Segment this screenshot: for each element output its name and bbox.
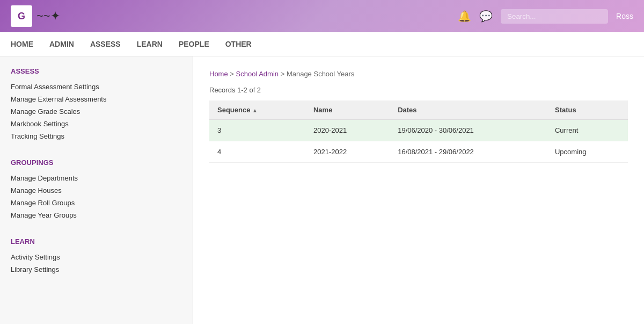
nav-item-assess[interactable]: ASSESS — [90, 33, 121, 55]
logo-area: G ~~✦ — [11, 5, 60, 27]
col-sequence-label: Sequence — [217, 106, 250, 114]
nav-item-people[interactable]: PEOPLE — [179, 33, 209, 55]
breadcrumb: Home > School Admin > Manage School Year… — [209, 70, 628, 78]
top-header: G ~~✦ 🔔 💬 Ross — [0, 0, 644, 32]
row2-name: 2021-2022 — [305, 141, 390, 163]
sidebar-link-manage-departments[interactable]: Manage Departments — [11, 172, 182, 184]
row1-sequence: 3 — [209, 120, 305, 141]
logo-box: G — [11, 5, 32, 27]
col-dates: Dates — [390, 100, 547, 120]
nav-item-home[interactable]: HOME — [11, 33, 33, 55]
breadcrumb-current: Manage School Years — [287, 70, 354, 78]
breadcrumb-school-admin[interactable]: School Admin — [236, 70, 279, 78]
records-info: Records 1-2 of 2 — [209, 86, 628, 94]
sidebar: ASSESS Formal Assessment Settings Manage… — [0, 56, 193, 324]
sidebar-link-library-settings[interactable]: Library Settings — [11, 263, 182, 276]
table-row: 4 2021-2022 16/08/2021 - 29/06/2022 Upco… — [209, 141, 628, 163]
sidebar-link-activity-settings[interactable]: Activity Settings — [11, 251, 182, 263]
sort-arrow-icon: ▲ — [252, 107, 258, 113]
sidebar-link-manage-external[interactable]: Manage External Assessments — [11, 93, 182, 105]
col-sequence[interactable]: Sequence ▲ — [209, 100, 305, 120]
sidebar-link-manage-grade[interactable]: Manage Grade Scales — [11, 105, 182, 118]
username: Ross — [616, 12, 633, 20]
row1-status: Current — [547, 120, 628, 141]
sidebar-section-groupings: GROUPINGS — [11, 159, 182, 167]
row1-name: 2020-2021 — [305, 120, 390, 141]
row2-sequence: 4 — [209, 141, 305, 163]
table-header-row: Sequence ▲ Name Dates Status — [209, 100, 628, 120]
row1-dates: 19/06/2020 - 30/06/2021 — [390, 120, 547, 141]
sidebar-section-learn: LEARN — [11, 237, 182, 246]
col-name: Name — [305, 100, 390, 120]
bell-icon[interactable]: 🔔 — [458, 10, 471, 23]
logo-bird-icon: ~~✦ — [36, 9, 60, 23]
row2-dates: 16/08/2021 - 29/06/2022 — [390, 141, 547, 163]
sidebar-link-markbook[interactable]: Markbook Settings — [11, 118, 182, 130]
sidebar-link-manage-roll-groups[interactable]: Manage Roll Groups — [11, 197, 182, 209]
chat-icon[interactable]: 💬 — [479, 10, 493, 23]
breadcrumb-sep-1: > — [230, 70, 236, 78]
sidebar-section-assess: ASSESS — [11, 67, 182, 75]
header-right: 🔔 💬 Ross — [458, 9, 633, 24]
data-table: Sequence ▲ Name Dates Status 3 2020-2021… — [209, 100, 628, 163]
sidebar-link-manage-year-groups[interactable]: Manage Year Groups — [11, 209, 182, 221]
main-layout: ASSESS Formal Assessment Settings Manage… — [0, 56, 644, 324]
breadcrumb-sep-2: > — [281, 70, 287, 78]
nav-item-other[interactable]: OTHER — [225, 33, 252, 55]
logo-letter: G — [18, 11, 25, 22]
nav-item-admin[interactable]: ADMIN — [49, 33, 74, 55]
sidebar-link-formal-assessment[interactable]: Formal Assessment Settings — [11, 81, 182, 93]
table-row: 3 2020-2021 19/06/2020 - 30/06/2021 Curr… — [209, 120, 628, 141]
content-area: Home > School Admin > Manage School Year… — [193, 56, 644, 324]
col-status: Status — [547, 100, 628, 120]
sidebar-link-tracking[interactable]: Tracking Settings — [11, 130, 182, 142]
sidebar-link-manage-houses[interactable]: Manage Houses — [11, 184, 182, 197]
nav-bar: HOME ADMIN ASSESS LEARN PEOPLE OTHER — [0, 32, 644, 56]
search-input[interactable] — [501, 9, 608, 24]
row2-status: Upcoming — [547, 141, 628, 163]
nav-item-learn[interactable]: LEARN — [137, 33, 163, 55]
breadcrumb-home[interactable]: Home — [209, 70, 228, 78]
